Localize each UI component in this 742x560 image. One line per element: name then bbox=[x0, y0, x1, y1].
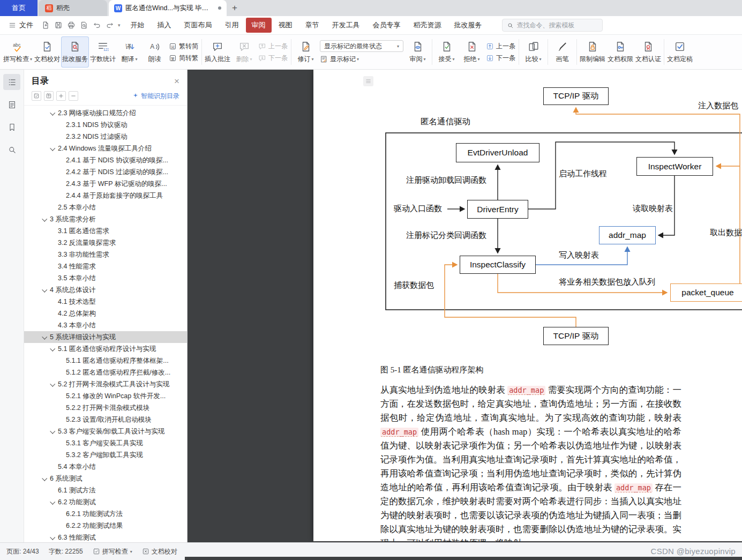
toc-item-35[interactable]: 6.2.2 功能测试结果 bbox=[24, 520, 187, 532]
spell-check-toggle[interactable]: 拼写检查 ▾ bbox=[93, 547, 132, 556]
insert-comment-button[interactable]: 插入批注 bbox=[204, 36, 231, 68]
trad-to-simp-button[interactable]: 词繁转简 bbox=[169, 42, 198, 51]
document-page[interactable]: 匿名通信驱动TCP/IP 驱动EvtDriverUnloadInspectWor… bbox=[313, 70, 742, 541]
chevron-down-icon[interactable] bbox=[50, 381, 55, 386]
collapse-item-button[interactable] bbox=[69, 91, 78, 101]
redo-button[interactable] bbox=[104, 19, 116, 31]
chevron-down-icon[interactable] bbox=[42, 475, 47, 481]
chevron-down-icon[interactable] bbox=[42, 334, 47, 339]
toc-item-24[interactable]: 5.2.1 修改的 WinPcap 软件开发... bbox=[24, 390, 187, 402]
toc-item-4[interactable]: 2.4.1 基于 NDIS 协议驱动的嗅探... bbox=[24, 154, 187, 166]
diagram-node-driver-entry[interactable]: DriverEntry bbox=[467, 200, 528, 219]
toc-item-9[interactable]: 3 系统需求分析 bbox=[24, 213, 187, 225]
reject-change-button[interactable]: 拒绝▾ bbox=[459, 36, 484, 68]
tab-docer-shell[interactable]: 稻 稻壳 bbox=[39, 0, 107, 16]
menu-tab-9[interactable]: 稻壳资源 bbox=[408, 18, 447, 33]
diagram-node-tcpip-bottom[interactable]: TCP/IP 驱动 bbox=[543, 327, 609, 345]
toc-item-33[interactable]: 6.2 功能测试 bbox=[24, 496, 187, 508]
new-tab-button[interactable]: + bbox=[227, 0, 243, 16]
chevron-down-icon[interactable] bbox=[50, 499, 55, 504]
doc-proofread-button[interactable]: 文档校对 bbox=[33, 36, 61, 68]
read-aloud-button[interactable]: A朗读 bbox=[142, 36, 167, 68]
ink-brush-button[interactable]: 画笔 bbox=[550, 36, 575, 68]
diagram-node-inspect-classify[interactable]: InspectClassify bbox=[460, 256, 536, 274]
restrict-editing-button[interactable]: 限制编辑 bbox=[579, 36, 606, 68]
select-items-button[interactable] bbox=[32, 91, 41, 101]
expand-item-button[interactable] bbox=[56, 91, 66, 101]
toc-item-5[interactable]: 2.4.2 基于 NDIS 过滤驱动的嗅探... bbox=[24, 166, 187, 178]
doc-authenticate-button[interactable]: 文档认证 bbox=[634, 36, 662, 68]
menu-tab-10[interactable]: 批改服务 bbox=[448, 18, 488, 33]
toc-item-20[interactable]: 5.1 匿名通信驱动程序设计与实现 bbox=[24, 343, 187, 355]
smart-toc-button[interactable]: 智能识别目录 bbox=[132, 92, 179, 101]
doc-finalize-button[interactable]: 文档定稿 bbox=[666, 36, 694, 68]
toc-item-0[interactable]: 2.3 网络驱动接口规范介绍 bbox=[24, 107, 187, 119]
menu-tab-6[interactable]: 章节 bbox=[299, 18, 325, 33]
chevron-down-icon[interactable] bbox=[50, 534, 55, 540]
collapse-all-button[interactable] bbox=[44, 91, 54, 101]
compare-button[interactable]: 比较▾ bbox=[521, 36, 546, 68]
toc-item-10[interactable]: 3.1 匿名通信需求 bbox=[24, 225, 187, 237]
toc-item-36[interactable]: 6.3 性能测试 bbox=[24, 532, 187, 542]
toc-item-16[interactable]: 4.1 技术选型 bbox=[24, 296, 187, 308]
toc-item-14[interactable]: 3.5 本章小结 bbox=[24, 272, 187, 284]
comments-panel-button[interactable] bbox=[3, 96, 20, 113]
toc-item-12[interactable]: 3.3 非功能性需求 bbox=[24, 249, 187, 260]
toc-item-15[interactable]: 4 系统总体设计 bbox=[24, 284, 187, 296]
toc-item-25[interactable]: 5.2.2 打开网卡混杂模式模块 bbox=[24, 402, 187, 414]
file-menu-button[interactable]: 文件 bbox=[4, 20, 38, 30]
track-changes-button[interactable]: 修订▾ bbox=[293, 36, 318, 68]
bookmarks-panel-button[interactable] bbox=[3, 119, 20, 135]
show-markup-button[interactable]: 显示标记▾ bbox=[320, 55, 403, 64]
new-doc-button[interactable] bbox=[40, 19, 51, 31]
toc-item-8[interactable]: 2.5 本章小结 bbox=[24, 201, 187, 213]
prev-change-button[interactable]: 上一条 bbox=[486, 42, 515, 51]
menu-tab-3[interactable]: 引用 bbox=[219, 18, 245, 33]
undo-button[interactable] bbox=[91, 19, 103, 31]
simp-to-trad-button[interactable]: 繁简转繁 bbox=[169, 54, 198, 63]
search-panel-button[interactable] bbox=[3, 141, 20, 158]
command-search-input[interactable]: 查找命令、搜索模板 bbox=[502, 19, 603, 32]
prev-comment-button[interactable]: 上一条 bbox=[258, 42, 288, 51]
toc-item-6[interactable]: 2.4.3 基于 WFP 标记驱动的嗅探... bbox=[24, 178, 187, 190]
toc-item-21[interactable]: 5.1.1 匿名通信驱动程序整体框架... bbox=[24, 355, 187, 367]
word-count-indicator[interactable]: 字数: 22255 bbox=[49, 547, 83, 556]
toc-item-13[interactable]: 3.4 性能需求 bbox=[24, 260, 187, 272]
diagram-node-tcpip-top[interactable]: TCP/IP 驱动 bbox=[543, 87, 609, 105]
toc-item-22[interactable]: 5.1.2 匿名通信驱动程序拦截/修改... bbox=[24, 367, 187, 378]
toc-item-19[interactable]: 5 系统详细设计与实现 bbox=[24, 331, 187, 343]
chevron-down-icon[interactable] bbox=[42, 216, 47, 221]
menu-tab-2[interactable]: 页面布局 bbox=[178, 18, 218, 33]
grading-service-button[interactable]: 批改服务 bbox=[61, 36, 89, 68]
menu-tab-7[interactable]: 开发工具 bbox=[326, 18, 366, 33]
body-paragraph[interactable]: 从真实地址到伪造地址的映射表 addr_map 需要实现两个方向的查询功能：一方… bbox=[380, 383, 681, 541]
outline-panel-button[interactable] bbox=[3, 74, 20, 90]
chevron-down-icon[interactable] bbox=[42, 287, 47, 292]
diagram-node-packet-queue[interactable]: packet_queue bbox=[670, 283, 742, 302]
next-change-button[interactable]: 下一条 bbox=[486, 54, 515, 63]
quick-access-caret-icon[interactable]: ▾ bbox=[118, 23, 121, 28]
chevron-down-icon[interactable] bbox=[50, 428, 55, 434]
toc-item-18[interactable]: 4.3 本章小结 bbox=[24, 319, 187, 331]
toc-item-29[interactable]: 5.3.2 客户端卸载工具实现 bbox=[24, 449, 187, 461]
toc-item-26[interactable]: 5.2.3 设置/取消开机启动模块 bbox=[24, 414, 187, 425]
toc-item-23[interactable]: 5.2 打开网卡混杂模式工具设计与实现 bbox=[24, 378, 187, 390]
menu-tab-4[interactable]: 审阅 bbox=[246, 18, 272, 33]
home-button[interactable]: 首页 bbox=[0, 0, 38, 16]
toc-item-7[interactable]: 2.4.4 基于原始套接字的嗅探工具 bbox=[24, 190, 187, 201]
chevron-down-icon[interactable] bbox=[50, 110, 55, 115]
toc-item-11[interactable]: 3.2 反流量嗅探需求 bbox=[24, 237, 187, 249]
menu-tab-0[interactable]: 开始 bbox=[125, 18, 151, 33]
toc-item-34[interactable]: 6.2.1 功能测试方法 bbox=[24, 508, 187, 520]
diagram-node-addr-map[interactable]: addr_map bbox=[599, 226, 656, 244]
markup-state-select[interactable]: 显示标记的最终状态▾ bbox=[320, 40, 403, 52]
toc-item-1[interactable]: 2.3.1 NDIS 协议驱动 bbox=[24, 119, 187, 131]
menu-tab-1[interactable]: 插入 bbox=[152, 18, 177, 33]
next-comment-button[interactable]: 下一条 bbox=[258, 54, 288, 63]
toc-item-30[interactable]: 5.4 本章小结 bbox=[24, 461, 187, 473]
print-button[interactable] bbox=[65, 19, 77, 31]
toc-item-17[interactable]: 4.2 总体架构 bbox=[24, 308, 187, 319]
toc-item-32[interactable]: 6.1 测试方法 bbox=[24, 484, 187, 496]
diagram-node-inspect-worker[interactable]: InspectWorker bbox=[636, 157, 713, 176]
menu-tab-5[interactable]: 视图 bbox=[273, 18, 298, 33]
